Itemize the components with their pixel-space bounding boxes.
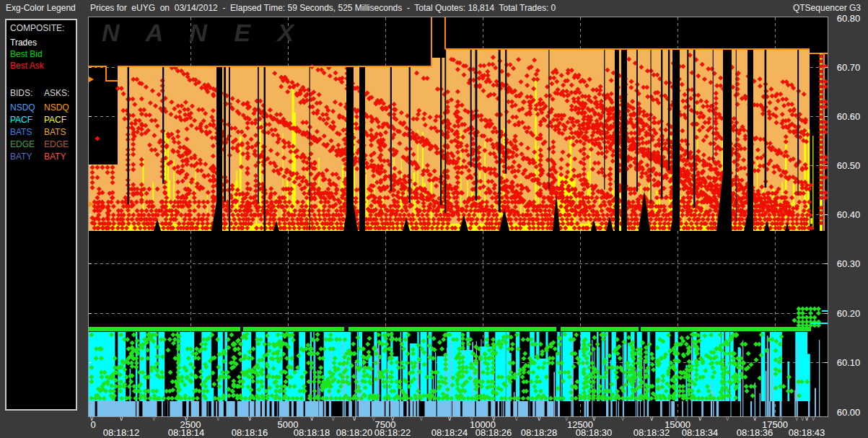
legend-item-best-bid: Best Bid <box>10 49 43 59</box>
time-marker-minor-icon: ∨ <box>331 415 336 422</box>
price-tick-label: 60.10 <box>831 357 866 368</box>
time-tick-label: 08:18:43 <box>781 427 832 438</box>
time-marker-icon: ∨ <box>352 415 357 422</box>
time-marker-icon: ∨ <box>390 415 395 422</box>
time-marker-minor-icon: ∨ <box>470 415 475 422</box>
time-tick-label: 08:18:26 <box>468 427 519 438</box>
time-marker-icon: ∨ <box>537 415 542 422</box>
time-marker-minor-icon: ∨ <box>725 415 730 422</box>
bids-header: BIDS: <box>10 88 32 98</box>
bid-exchange-baty: BATY <box>10 152 32 162</box>
time-marker-minor-icon: ∨ <box>216 415 221 422</box>
composite-header: COMPOSITE: <box>10 23 64 33</box>
time-marker-minor-icon: ∨ <box>152 415 157 422</box>
time-marker-minor-icon: ∨ <box>564 415 569 422</box>
time-tick-label: 08:18:28 <box>514 427 564 438</box>
exchange-color-legend-panel: COMPOSITE: Trades Best Bid Best Ask BIDS… <box>5 19 77 411</box>
time-marker-minor-icon: ∨ <box>794 415 799 422</box>
bid-exchange-nsdq: NSDQ <box>10 102 35 113</box>
quote-scatter-canvas[interactable] <box>89 17 828 416</box>
time-marker-minor-icon: ∨ <box>800 415 805 422</box>
legend-item-best-ask: Best Ask <box>10 61 44 71</box>
ask-exchange-nsdq: NSDQ <box>44 102 69 113</box>
price-tick-label: 60.20 <box>831 308 866 319</box>
legend-item-trades: Trades <box>10 38 37 48</box>
price-tick-label: 60.30 <box>831 258 866 269</box>
time-tick-label: 08:18:36 <box>729 427 780 438</box>
time-tick-label: 08:18:14 <box>161 427 211 438</box>
time-marker-icon: ∨ <box>89 415 95 422</box>
time-marker-minor-icon: ∨ <box>811 415 816 422</box>
time-marker-icon: ∨ <box>447 415 452 422</box>
time-tick-label: 08:18:30 <box>569 427 619 438</box>
time-tick-label: 08:18:22 <box>367 427 418 438</box>
time-marker-minor-icon: ∨ <box>372 415 377 422</box>
price-tick-label: 60.00 <box>831 407 866 418</box>
chart-title: Prices for eUYG on 03/14/2012 - Elapsed … <box>90 3 556 13</box>
legend-panel-title: Exg-Color Legend <box>6 3 76 13</box>
time-marker-icon: ∨ <box>698 415 703 422</box>
time-marker-icon: ∨ <box>247 415 253 422</box>
ask-exchange-bats: BATS <box>44 127 66 137</box>
time-marker-minor-icon: ∨ <box>621 415 626 422</box>
ask-exchange-baty: BATY <box>44 152 66 162</box>
time-marker-icon: ∨ <box>310 415 315 422</box>
time-marker-minor-icon: ∨ <box>419 415 424 422</box>
time-marker-icon: ∨ <box>184 415 189 422</box>
quote-chart-plot: N A N E X <box>88 17 828 417</box>
time-marker-icon: ∨ <box>491 415 496 422</box>
asks-header: ASKS: <box>44 88 69 98</box>
bid-exchange-edge: EDGE <box>10 139 35 149</box>
time-tick-label: 08:18:34 <box>675 427 725 438</box>
price-tick-label: 60.50 <box>831 160 866 171</box>
time-marker-minor-icon: ∨ <box>279 415 284 422</box>
price-tick-label: 60.70 <box>831 62 866 73</box>
bid-exchange-pacf: PACF <box>10 115 32 125</box>
bid-exchange-bats: BATS <box>10 127 32 137</box>
time-tick-label: 08:18:32 <box>626 427 677 438</box>
time-marker-minor-icon: ∨ <box>779 415 784 422</box>
time-marker-icon: ∨ <box>649 415 654 422</box>
time-marker-minor-icon: ∨ <box>674 415 679 422</box>
price-tick-label: 60.60 <box>831 111 866 122</box>
price-tick-label: 60.40 <box>831 209 866 220</box>
time-tick-label: 08:18:24 <box>424 427 475 438</box>
time-marker-icon: ∨ <box>592 415 597 422</box>
price-tick-label: 60.80 <box>831 13 866 24</box>
app-name: QTSequencer G3 <box>793 3 861 13</box>
time-tick-label: 08:18:16 <box>224 427 275 438</box>
ask-exchange-edge: EDGE <box>44 139 69 149</box>
qtsequencer-window: Exg-Color Legend Prices for eUYG on 03/1… <box>0 0 868 438</box>
time-tick-label: 08:18:12 <box>96 427 146 438</box>
ask-exchange-pacf: PACF <box>44 115 66 125</box>
time-marker-icon: ∨ <box>805 415 810 422</box>
title-bar: Exg-Color Legend Prices for eUYG on 03/1… <box>0 0 868 16</box>
time-marker-icon: ∨ <box>753 415 758 422</box>
time-marker-icon: ∨ <box>119 415 124 422</box>
time-marker-minor-icon: ∨ <box>514 415 520 422</box>
